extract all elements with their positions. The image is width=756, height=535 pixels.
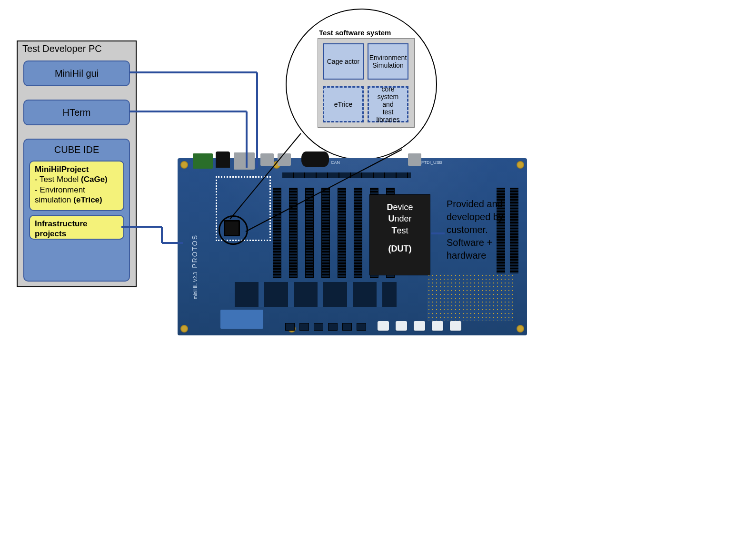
dut-desc-l2: developed by [447,211,542,223]
callout-core2: and [382,101,393,108]
block-hterm: HTerm [23,100,130,125]
callout-box-environment-simulation: Environment Simulation [368,43,408,80]
callout-title: Test software system [319,29,391,37]
dut-under: nder [394,214,411,223]
infra-line2: projects [35,229,119,239]
connector-usb [278,153,291,166]
board-sd-slot [220,310,263,329]
dut-D: D [387,202,393,212]
callout-env2: Simulation [372,61,403,69]
infra-line1: Infrastructure [35,219,119,229]
mhp-line1a: - Test Model [35,175,81,184]
connector-power-jack [216,151,230,168]
dut-desc-l4: Software + [447,236,542,249]
block-cube-ide: CUBE IDE MiniHilProject - Test Model (Ca… [23,139,130,282]
connector-usb [260,153,274,166]
dut-acronym: (DUT) [370,243,430,254]
can-label: CAN [331,160,340,165]
ftdi-label: FTDI_USB [421,160,442,165]
callout-env1: Environment [369,54,407,61]
callout-box-cage-actor: Cage actor [323,43,364,80]
callout-core1: core system [378,85,398,101]
connector-ftdi-usb [408,153,421,166]
connector-can [301,151,329,167]
mhp-line2b: simulation [35,195,73,204]
connector-terminal [193,153,213,169]
board-proto-area [427,273,513,321]
dut-desc-l1: Provided and [447,198,542,211]
block-minihil-gui: MiniHil gui [23,61,130,86]
mhp-etrice: (eTrice) [73,195,102,204]
board-led-row [378,321,473,333]
pc-panel: Test Developer PC MiniHil gui HTerm CUBE… [17,40,137,287]
dut-desc-l3: customer. [447,223,542,236]
mhp-line2a: - Environment [35,185,119,195]
callout-core3: test libraries [376,108,399,123]
diagram-root: Test Developer PC MiniHil gui HTerm CUBE… [0,0,756,535]
pc-panel-title: Test Developer PC [22,43,102,54]
board-screw [517,161,524,169]
callout-box-core-system: core system and test libraries [368,86,408,122]
board-screw [517,325,524,333]
dut-T: T [391,226,397,235]
board-screw [180,325,188,333]
block-infrastructure: Infrastructure projects [29,215,124,240]
board-button-row [285,323,371,332]
board-screw [180,161,188,169]
dut-U: U [388,214,394,223]
cube-ide-title: CUBE IDE [24,140,129,155]
mhp-title: MiniHilProject [35,165,89,174]
dut-description: Provided and developed by customer. Soft… [447,198,542,262]
dut-device: evice [393,202,413,212]
connector-ethernet [234,152,255,170]
dut-desc-l5: hardware [447,249,542,262]
block-minihilproject: MiniHilProject - Test Model (CaGe) - Env… [29,161,124,211]
dut-test: est [397,226,408,235]
callout-inner: Cage actor Environment Simulation eTrice… [318,38,415,128]
board-top-headers [282,172,411,178]
dut-box: Device Under Test (DUT) [369,194,430,275]
board-brand-label: miniHIL V2.3 PROTOS [191,234,199,299]
mhp-cage: (CaGe) [81,175,108,184]
callout-box-etrice: eTrice [323,86,364,122]
board-brand: PROTOS [191,234,199,268]
board-ic-row [235,282,397,307]
board-model: miniHIL V2.3 [193,272,198,299]
mcu-circle [219,215,248,245]
